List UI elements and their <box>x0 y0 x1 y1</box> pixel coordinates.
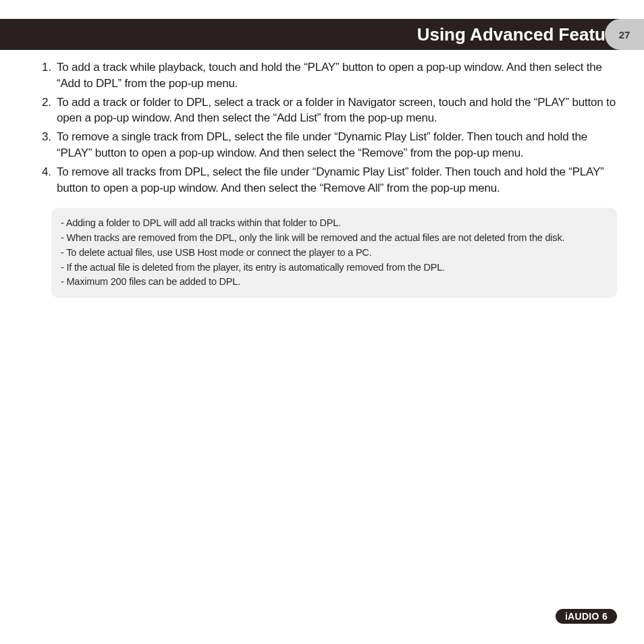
header-bar: Using Advanced Features <box>0 19 644 50</box>
note-line: - When tracks are removed from the DPL, … <box>61 231 608 246</box>
notes-box: - Adding a folder to DPL will add all tr… <box>51 208 617 298</box>
instruction-item: To add a track while playback, touch and… <box>42 59 617 92</box>
note-line: - Maximum 200 files can be added to DPL. <box>61 275 608 290</box>
note-line: - To delete actual files, use USB Host m… <box>61 246 608 261</box>
product-badge: iAUDIO 6 <box>556 609 617 624</box>
page-number-badge: 27 <box>605 19 644 50</box>
content-area: To add a track while playback, touch and… <box>42 59 617 298</box>
note-line: - If the actual file is deleted from the… <box>61 261 608 275</box>
instruction-item: To remove a single track from DPL, selec… <box>42 129 617 161</box>
instruction-item: To remove all tracks from DPL, select th… <box>42 164 617 196</box>
instruction-item: To add a track or folder to DPL, select … <box>42 95 617 127</box>
section-title: Using Advanced Features <box>417 24 632 45</box>
instruction-list: To add a track while playback, touch and… <box>42 59 617 196</box>
note-line: - Adding a folder to DPL will add all tr… <box>61 216 608 231</box>
page-number: 27 <box>619 29 630 41</box>
